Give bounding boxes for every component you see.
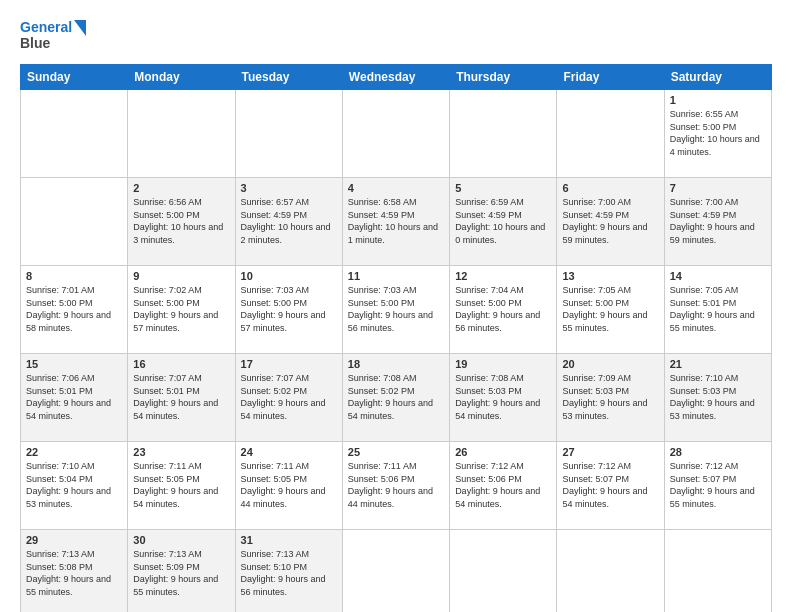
calendar-day: 14Sunrise: 7:05 AMSunset: 5:01 PMDayligh… [664,266,771,354]
calendar-day: 17Sunrise: 7:07 AMSunset: 5:02 PMDayligh… [235,354,342,442]
calendar-day: 7Sunrise: 7:00 AMSunset: 4:59 PMDaylight… [664,178,771,266]
calendar-day: 2Sunrise: 6:56 AMSunset: 5:00 PMDaylight… [128,178,235,266]
calendar-day: 10Sunrise: 7:03 AMSunset: 5:00 PMDayligh… [235,266,342,354]
calendar-day: 8Sunrise: 7:01 AMSunset: 5:00 PMDaylight… [21,266,128,354]
day-of-week-header: Friday [557,65,664,90]
empty-cell [342,90,449,178]
logo: General Blue [20,16,90,54]
calendar-day: 29Sunrise: 7:13 AMSunset: 5:08 PMDayligh… [21,530,128,613]
empty-cell [21,90,128,178]
calendar-day: 24Sunrise: 7:11 AMSunset: 5:05 PMDayligh… [235,442,342,530]
calendar-day: 23Sunrise: 7:11 AMSunset: 5:05 PMDayligh… [128,442,235,530]
empty-cell [450,530,557,613]
logo-svg: General Blue [20,16,90,54]
empty-cell [342,530,449,613]
calendar-day: 27Sunrise: 7:12 AMSunset: 5:07 PMDayligh… [557,442,664,530]
calendar-day: 30Sunrise: 7:13 AMSunset: 5:09 PMDayligh… [128,530,235,613]
calendar-day: 15Sunrise: 7:06 AMSunset: 5:01 PMDayligh… [21,354,128,442]
calendar-body: 1Sunrise: 6:55 AMSunset: 5:00 PMDaylight… [21,90,772,613]
calendar-table: SundayMondayTuesdayWednesdayThursdayFrid… [20,64,772,612]
empty-cell [128,90,235,178]
calendar-page: General Blue SundayMondayTuesdayWednesda… [0,0,792,612]
header: General Blue [20,16,772,54]
svg-text:General: General [20,19,72,35]
empty-cell [450,90,557,178]
calendar-day: 9Sunrise: 7:02 AMSunset: 5:00 PMDaylight… [128,266,235,354]
calendar-day: 3Sunrise: 6:57 AMSunset: 4:59 PMDaylight… [235,178,342,266]
calendar-day: 19Sunrise: 7:08 AMSunset: 5:03 PMDayligh… [450,354,557,442]
day-of-week-header: Wednesday [342,65,449,90]
empty-cell [557,90,664,178]
empty-cell [557,530,664,613]
day-of-week-header: Tuesday [235,65,342,90]
empty-cell [664,530,771,613]
calendar-day: 13Sunrise: 7:05 AMSunset: 5:00 PMDayligh… [557,266,664,354]
empty-cell [235,90,342,178]
svg-marker-2 [74,20,86,36]
empty-cell [21,178,128,266]
calendar-day: 5Sunrise: 6:59 AMSunset: 4:59 PMDaylight… [450,178,557,266]
calendar-day: 6Sunrise: 7:00 AMSunset: 4:59 PMDaylight… [557,178,664,266]
calendar-header: SundayMondayTuesdayWednesdayThursdayFrid… [21,65,772,90]
day-of-week-header: Saturday [664,65,771,90]
day-of-week-header: Monday [128,65,235,90]
day-of-week-header: Sunday [21,65,128,90]
calendar-day: 16Sunrise: 7:07 AMSunset: 5:01 PMDayligh… [128,354,235,442]
calendar-day: 4Sunrise: 6:58 AMSunset: 4:59 PMDaylight… [342,178,449,266]
svg-text:Blue: Blue [20,35,51,51]
calendar-day: 12Sunrise: 7:04 AMSunset: 5:00 PMDayligh… [450,266,557,354]
calendar-day: 28Sunrise: 7:12 AMSunset: 5:07 PMDayligh… [664,442,771,530]
calendar-day: 1Sunrise: 6:55 AMSunset: 5:00 PMDaylight… [664,90,771,178]
calendar-day: 22Sunrise: 7:10 AMSunset: 5:04 PMDayligh… [21,442,128,530]
calendar-day: 31Sunrise: 7:13 AMSunset: 5:10 PMDayligh… [235,530,342,613]
calendar-day: 26Sunrise: 7:12 AMSunset: 5:06 PMDayligh… [450,442,557,530]
calendar-day: 20Sunrise: 7:09 AMSunset: 5:03 PMDayligh… [557,354,664,442]
calendar-day: 18Sunrise: 7:08 AMSunset: 5:02 PMDayligh… [342,354,449,442]
calendar-day: 21Sunrise: 7:10 AMSunset: 5:03 PMDayligh… [664,354,771,442]
calendar-day: 25Sunrise: 7:11 AMSunset: 5:06 PMDayligh… [342,442,449,530]
day-of-week-header: Thursday [450,65,557,90]
calendar-day: 11Sunrise: 7:03 AMSunset: 5:00 PMDayligh… [342,266,449,354]
